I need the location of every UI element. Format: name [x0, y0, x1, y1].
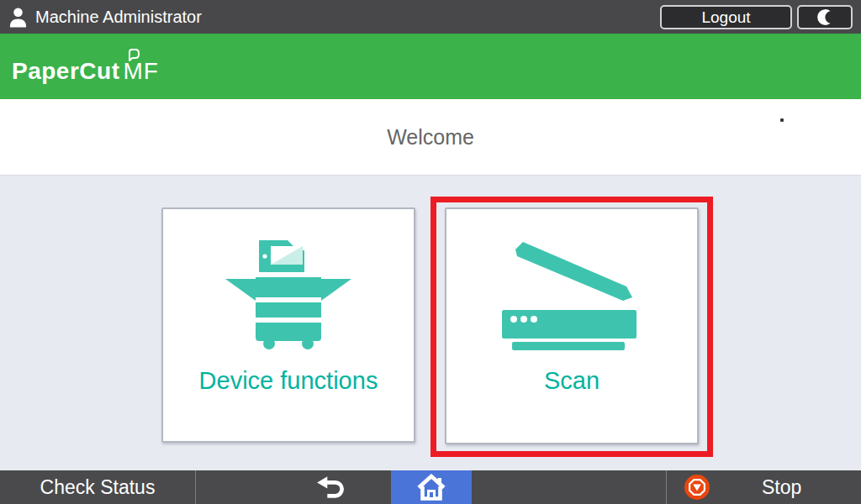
- back-button[interactable]: [309, 470, 353, 504]
- printer-icon: [217, 234, 360, 354]
- bottom-bar: Check Status S: [0, 470, 861, 504]
- scanner-icon: [500, 234, 643, 354]
- home-screen-content: Device functions Scan: [0, 175, 861, 470]
- person-icon: [8, 6, 28, 28]
- brand-suffix: MF: [123, 58, 158, 84]
- scan-card-highlight: Scan: [430, 197, 713, 457]
- welcome-band: Welcome: [0, 99, 861, 175]
- logout-label: Logout: [701, 8, 750, 27]
- check-status-label: Check Status: [40, 476, 156, 499]
- scan-card[interactable]: Scan: [445, 207, 699, 444]
- check-status-button[interactable]: Check Status: [0, 470, 195, 504]
- papercut-logo: PaperCutMF: [12, 58, 159, 85]
- page-title: Welcome: [387, 125, 474, 150]
- stop-label: Stop: [762, 476, 801, 499]
- brand-name: PaperCut: [12, 58, 119, 84]
- top-bar: Machine Administrator Logout: [0, 0, 861, 34]
- stop-octagon-icon: [684, 475, 710, 500]
- home-icon: [416, 474, 446, 501]
- page-flag-icon: [127, 48, 140, 61]
- bottom-bar-divider: [195, 470, 196, 504]
- device-functions-card[interactable]: Device functions: [161, 207, 415, 443]
- stop-button[interactable]: Stop: [666, 470, 861, 504]
- stray-dot: [780, 118, 784, 122]
- home-button[interactable]: [391, 470, 472, 504]
- device-functions-label: Device functions: [199, 367, 378, 395]
- scan-label: Scan: [544, 367, 600, 395]
- logged-in-user: Machine Administrator: [35, 8, 202, 27]
- back-arrow-icon: [314, 475, 348, 500]
- brand-banner: PaperCutMF: [0, 34, 861, 99]
- moon-icon: [815, 7, 836, 28]
- sleep-mode-button[interactable]: [797, 5, 853, 29]
- logout-button[interactable]: Logout: [660, 5, 792, 29]
